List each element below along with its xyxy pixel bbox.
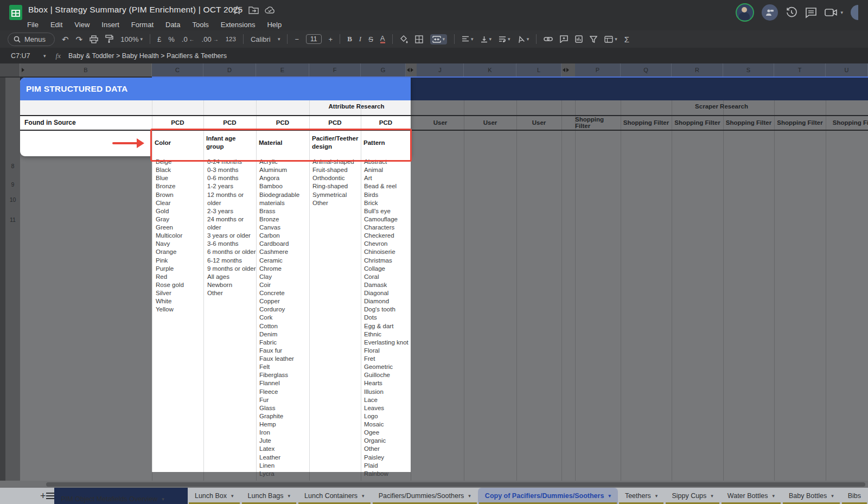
tab-lunch-containers[interactable]: Lunch Containers▾ bbox=[297, 488, 372, 504]
horizontal-align-button[interactable]: ▾ bbox=[462, 36, 474, 42]
comments-icon[interactable] bbox=[805, 7, 817, 18]
shopping-filter-cell-T[interactable]: Shopping Filter bbox=[774, 116, 826, 130]
pcd-cell-C[interactable]: PCD bbox=[152, 116, 203, 130]
menu-extensions[interactable]: Extensions bbox=[221, 21, 256, 29]
tab-menu-caret[interactable]: ▾ bbox=[362, 493, 365, 499]
create-filter-button[interactable] bbox=[590, 36, 597, 43]
decrease-decimal-button[interactable]: .0← bbox=[182, 35, 195, 43]
tab-pim-object-metafields-overview[interactable]: PIM Object Metafields Overview▾ bbox=[54, 488, 188, 504]
found-in-source-cell[interactable]: Found in Source bbox=[24, 116, 149, 130]
text-rotate-button[interactable]: ▾ bbox=[518, 36, 529, 43]
column-header-K[interactable]: K bbox=[464, 63, 516, 76]
insert-comment-button[interactable] bbox=[560, 35, 568, 43]
tab-menu-caret[interactable]: ▾ bbox=[711, 493, 713, 499]
strikethrough-button[interactable]: S bbox=[368, 35, 373, 43]
user-avatar[interactable] bbox=[736, 3, 754, 22]
tab-menu-caret[interactable]: ▾ bbox=[288, 493, 291, 499]
presence-people-icon[interactable] bbox=[762, 4, 778, 21]
zoom-select[interactable]: 100% ▾ bbox=[120, 35, 143, 43]
pcd-cell-D[interactable]: PCD bbox=[203, 116, 256, 130]
row-header-9[interactable]: 9 bbox=[5, 181, 20, 188]
decrease-font-size-button[interactable]: − bbox=[295, 35, 299, 43]
all-sheets-menu-button[interactable] bbox=[46, 488, 54, 504]
print-button[interactable] bbox=[90, 35, 98, 43]
share-button-cut[interactable] bbox=[851, 5, 858, 20]
name-box-caret[interactable]: ▾ bbox=[43, 53, 46, 59]
user-cell-L[interactable]: User bbox=[516, 116, 561, 130]
column-header-J[interactable]: J bbox=[417, 63, 464, 76]
italic-button[interactable]: I bbox=[359, 35, 361, 43]
column-header-E[interactable]: E bbox=[256, 63, 309, 76]
sheets-logo-icon[interactable] bbox=[8, 4, 24, 21]
tab-menu-caret[interactable]: ▾ bbox=[655, 493, 658, 499]
merge-cells-button[interactable]: ▾ bbox=[430, 34, 448, 44]
format-currency-button[interactable]: £ bbox=[157, 35, 161, 43]
document-title[interactable]: Bbox | Strategy Summary (PIM Enrichment)… bbox=[28, 5, 242, 15]
menu-tools[interactable]: Tools bbox=[192, 21, 208, 29]
user-cell-K[interactable]: User bbox=[464, 116, 516, 130]
font-size-input[interactable]: 11 bbox=[306, 34, 321, 44]
row-header-11[interactable]: 11 bbox=[5, 216, 20, 223]
column-header-D[interactable]: D bbox=[203, 63, 256, 76]
column-header-P[interactable]: P bbox=[575, 63, 621, 76]
shopping-filter-cell-R[interactable]: Shopping Filter bbox=[672, 116, 723, 130]
pcd-cell-G[interactable]: PCD bbox=[361, 116, 411, 130]
undo-button[interactable]: ↶ bbox=[62, 35, 69, 43]
vertical-align-button[interactable]: ▾ bbox=[481, 36, 492, 43]
bold-button[interactable]: B bbox=[347, 35, 352, 43]
move-to-folder-icon[interactable] bbox=[248, 6, 259, 15]
tab-menu-caret[interactable]: ▾ bbox=[608, 493, 611, 499]
tab-copy-of-pacifiers-dummies-soothers[interactable]: Copy of Pacifiers/Dummies/Soothers▾ bbox=[478, 488, 618, 504]
shopping-filter-cell-Q[interactable]: Shopping Filter bbox=[621, 116, 672, 130]
menu-format[interactable]: Format bbox=[131, 21, 154, 29]
hidden-columns-MNO-expand-icon[interactable] bbox=[563, 68, 569, 72]
tab-bibs[interactable]: Bibs bbox=[841, 488, 868, 504]
column-header-R[interactable]: R bbox=[672, 63, 723, 76]
add-sheet-button[interactable]: + bbox=[40, 488, 46, 504]
functions-button[interactable]: Σ bbox=[624, 35, 629, 44]
row-header-8[interactable]: 8 bbox=[5, 163, 20, 169]
tab-baby-bottles[interactable]: Baby Bottles▾ bbox=[782, 488, 841, 504]
menus-search-button[interactable]: Menus bbox=[8, 33, 55, 46]
insert-link-button[interactable] bbox=[544, 36, 553, 42]
filter-views-button[interactable]: ▾ bbox=[604, 36, 617, 43]
column-header-C[interactable]: C bbox=[152, 63, 203, 76]
paint-format-button[interactable] bbox=[105, 35, 113, 43]
insert-chart-button[interactable] bbox=[575, 35, 583, 43]
text-color-button[interactable]: A bbox=[380, 35, 385, 43]
meet-dropdown-caret[interactable]: ▾ bbox=[840, 10, 843, 15]
hidden-columns-HI-expand-icon[interactable] bbox=[407, 68, 413, 72]
tab-teethers[interactable]: Teethers▾ bbox=[618, 488, 665, 504]
row-header-10[interactable]: 10 bbox=[5, 196, 20, 203]
select-all-corner[interactable] bbox=[0, 63, 20, 76]
column-header-G[interactable]: G bbox=[361, 63, 406, 76]
cloud-saved-icon[interactable] bbox=[265, 6, 276, 14]
user-cell-J[interactable]: User bbox=[417, 116, 464, 130]
menu-file[interactable]: File bbox=[27, 21, 39, 29]
pcd-cell-F[interactable]: PCD bbox=[309, 116, 361, 130]
number-format-button[interactable]: 123 bbox=[226, 36, 236, 42]
star-icon[interactable] bbox=[232, 5, 242, 15]
increase-decimal-button[interactable]: .00→ bbox=[202, 35, 219, 43]
tab-menu-caret[interactable]: ▾ bbox=[468, 493, 471, 499]
font-select[interactable]: Calibri ▾ bbox=[251, 35, 280, 43]
column-header-B[interactable]: B bbox=[20, 63, 152, 76]
tab-pacifiers-dummies-soothers[interactable]: Pacifiers/Dummies/Soothers▾ bbox=[372, 488, 478, 504]
column-header-S[interactable]: S bbox=[723, 63, 774, 76]
pcd-cell-E[interactable]: PCD bbox=[256, 116, 309, 130]
tab-water-bottles[interactable]: Water Bottles▾ bbox=[720, 488, 782, 504]
menu-help[interactable]: Help bbox=[267, 21, 282, 29]
version-history-icon[interactable] bbox=[786, 7, 797, 18]
tab-lunch-bags[interactable]: Lunch Bags▾ bbox=[241, 488, 298, 504]
tab-menu-caret[interactable]: ▾ bbox=[831, 493, 834, 499]
tab-menu-caret[interactable]: ▾ bbox=[231, 493, 234, 499]
tab-lunch-box[interactable]: Lunch Box▾ bbox=[188, 488, 241, 504]
tab-menu-caret[interactable]: ▾ bbox=[772, 493, 775, 499]
tab-menu-caret[interactable]: ▾ bbox=[162, 496, 164, 502]
shopping-filter-cell-S[interactable]: Shopping Filter bbox=[723, 116, 774, 130]
column-header-L[interactable]: L bbox=[516, 63, 561, 76]
increase-font-size-button[interactable]: + bbox=[329, 35, 333, 43]
format-percent-button[interactable]: % bbox=[168, 35, 175, 43]
column-header-T[interactable]: T bbox=[774, 63, 826, 76]
fill-color-button[interactable] bbox=[400, 35, 408, 43]
